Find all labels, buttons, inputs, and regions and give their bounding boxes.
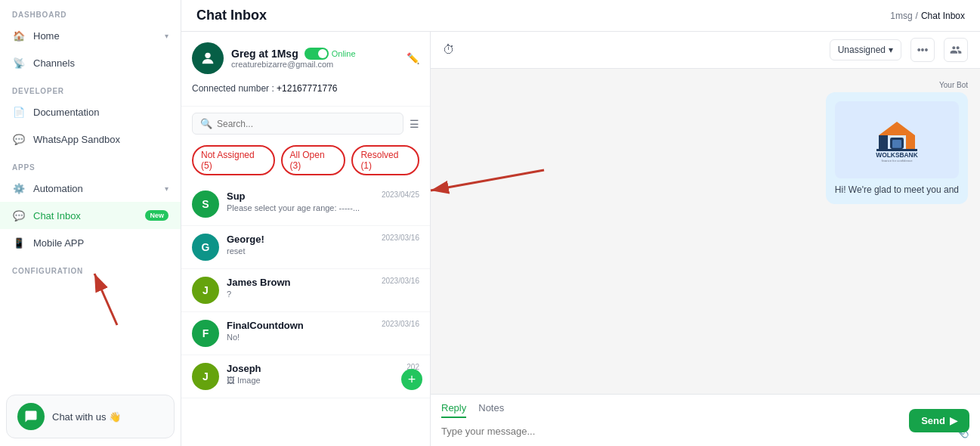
sidebar-label-apps: APPS xyxy=(0,153,181,175)
timer-icon[interactable]: ⏱ xyxy=(443,43,455,57)
sidebar-item-label: Automation xyxy=(33,183,157,194)
avatar: J xyxy=(192,277,219,304)
conv-name: James Brown xyxy=(227,277,374,288)
message-input[interactable] xyxy=(441,426,948,437)
wolksbank-card: WOLKSBANK finance for confidence Hi! We'… xyxy=(826,92,968,204)
search-box[interactable]: 🔍 xyxy=(192,113,403,135)
sidebar-label-dashboard: DASHBOARD xyxy=(0,0,181,22)
automation-icon: ⚙️ xyxy=(12,181,26,195)
chat-widget[interactable]: Chat with us 👋 xyxy=(6,395,175,438)
documentation-icon: 📄 xyxy=(12,105,26,119)
wolksbank-logo-area: WOLKSBANK finance for confidence xyxy=(835,101,959,178)
bot-greeting: Hi! We're glad to meet you and xyxy=(835,184,959,195)
conversation-item[interactable]: S Sup Please select your age range: ----… xyxy=(181,183,430,226)
top-header: Chat Inbox 1msg / Chat Inbox xyxy=(181,0,980,32)
sidebar-item-whatsapp-sandbox[interactable]: 💬 WhatsApp Sandbox xyxy=(0,125,181,153)
sidebar-item-label: Home xyxy=(33,30,157,42)
conv-info: Sup Please select your age range: -----.… xyxy=(227,190,374,212)
toggle-pill xyxy=(305,48,329,60)
svg-marker-1 xyxy=(879,122,915,135)
online-toggle[interactable]: Online xyxy=(305,48,356,60)
send-button[interactable]: Send ▶ xyxy=(909,409,969,432)
conv-date: 2023/03/16 xyxy=(382,320,419,328)
new-badge: New xyxy=(145,210,168,221)
conv-info: George! reset xyxy=(227,234,374,256)
conversation-item[interactable]: G George! reset 2023/03/16 xyxy=(181,226,430,269)
agent-email: creaturebizarre@gmail.com xyxy=(231,60,399,69)
search-row: 🔍 ☰ xyxy=(181,107,430,141)
sidebar-item-channels[interactable]: 📡 Channels xyxy=(0,49,181,76)
chevron-down-icon: ▾ xyxy=(889,45,893,55)
sidebar-item-label: Mobile APP xyxy=(33,237,168,249)
content-row: Greg at 1Msg Online creaturebizarre@gmai… xyxy=(181,32,980,446)
online-label: Online xyxy=(332,49,356,58)
sidebar-item-label: Documentation xyxy=(33,107,168,118)
breadcrumb: 1msg / Chat Inbox xyxy=(890,11,965,21)
message-input-row: 📎 xyxy=(441,424,969,438)
main-content: Chat Inbox 1msg / Chat Inbox xyxy=(181,0,980,446)
chat-widget-label: Chat with us 👋 xyxy=(52,411,121,423)
filter-tab-resolved[interactable]: Resolved (1) xyxy=(351,145,419,175)
svg-rect-5 xyxy=(892,140,901,148)
bot-label: Your Bot xyxy=(826,81,968,89)
search-input[interactable] xyxy=(217,119,395,129)
chat-widget-icon xyxy=(17,403,45,430)
filter-tab-not-assigned[interactable]: Not Assigned (5) xyxy=(192,145,275,175)
avatar: S xyxy=(192,190,219,218)
tab-reply[interactable]: Reply xyxy=(441,402,466,418)
add-conversation-button[interactable]: + xyxy=(401,369,422,390)
conversation-item[interactable]: J Joseph 🖼 Image 202 + xyxy=(181,355,430,398)
conv-preview: Please select your age range: -----... xyxy=(227,203,374,212)
filter-tabs: Not Assigned (5) All Open (3) Resolved (… xyxy=(181,141,430,183)
sidebar-item-chat-inbox[interactable]: 💬 Chat Inbox New xyxy=(0,202,181,229)
whatsapp-icon: 💬 xyxy=(12,132,26,146)
sidebar-item-automation[interactable]: ⚙️ Automation ▾ xyxy=(0,175,181,202)
sidebar-label-configuration: CONFIGURATION xyxy=(0,256,181,278)
avatar: G xyxy=(192,234,219,261)
conversation-item[interactable]: J James Brown ? 2023/03/16 xyxy=(181,269,430,312)
breadcrumb-separator: / xyxy=(916,11,918,21)
conversation-item[interactable]: F FinalCountdown No! 2023/03/16 xyxy=(181,312,430,355)
avatar xyxy=(192,42,224,74)
sidebar-item-label: Channels xyxy=(33,57,168,69)
conv-info: Joseph 🖼 Image xyxy=(227,363,399,385)
conv-date: 2023/04/25 xyxy=(382,190,419,199)
sidebar: DASHBOARD 🏠 Home ▾ 📡 Channels DEVELOPER … xyxy=(0,0,181,446)
bot-message: Your Bot xyxy=(826,81,968,204)
conv-date: 2023/03/16 xyxy=(382,277,419,285)
sidebar-section-developer: DEVELOPER 📄 Documentation 💬 WhatsApp San… xyxy=(0,76,181,153)
svg-text:WOLKSBANK: WOLKSBANK xyxy=(876,151,917,159)
agent-name: Greg at 1Msg Online xyxy=(231,48,399,60)
sidebar-item-mobile-app[interactable]: 📱 Mobile APP xyxy=(0,229,181,256)
filter-tab-all-open[interactable]: All Open (3) xyxy=(281,145,346,175)
chevron-down-icon: ▾ xyxy=(165,32,168,40)
chat-messages: Your Bot xyxy=(431,69,980,394)
edit-icon[interactable]: ✏️ xyxy=(407,52,419,64)
contacts-button[interactable] xyxy=(944,38,968,62)
agent-row: Greg at 1Msg Online creaturebizarre@gmai… xyxy=(192,42,419,74)
sidebar-section-dashboard: DASHBOARD 🏠 Home ▾ xyxy=(0,0,181,49)
sidebar-item-documentation[interactable]: 📄 Documentation xyxy=(0,98,181,125)
home-icon: 🏠 xyxy=(12,29,26,42)
conv-name: Sup xyxy=(227,190,374,202)
tab-notes[interactable]: Notes xyxy=(478,402,504,418)
sidebar-item-label: WhatsApp Sandbox xyxy=(33,134,168,145)
sidebar-item-home[interactable]: 🏠 Home ▾ xyxy=(0,22,181,49)
conv-preview: reset xyxy=(227,246,374,256)
inbox-panel: Greg at 1Msg Online creaturebizarre@gmai… xyxy=(181,32,431,446)
conv-preview: No! xyxy=(227,333,374,342)
filter-icon[interactable]: ☰ xyxy=(410,118,419,130)
conv-info: James Brown ? xyxy=(227,277,374,299)
sidebar-section-apps: APPS ⚙️ Automation ▾ 💬 Chat Inbox New 📱 … xyxy=(0,153,181,256)
svg-text:finance for confidence: finance for confidence xyxy=(881,159,913,163)
chevron-down-icon: ▾ xyxy=(165,184,168,193)
more-options-button[interactable]: ••• xyxy=(910,38,935,62)
mobile-app-icon: 📱 xyxy=(12,236,26,249)
conversation-list: S Sup Please select your age range: ----… xyxy=(181,183,430,446)
assign-dropdown[interactable]: Unassigned ▾ xyxy=(830,39,901,60)
conv-name: FinalCountdown xyxy=(227,320,374,331)
chat-inbox-icon: 💬 xyxy=(12,209,26,222)
agent-info: Greg at 1Msg Online creaturebizarre@gmai… xyxy=(231,48,399,69)
avatar: F xyxy=(192,320,219,347)
conv-preview: ? xyxy=(227,290,374,299)
